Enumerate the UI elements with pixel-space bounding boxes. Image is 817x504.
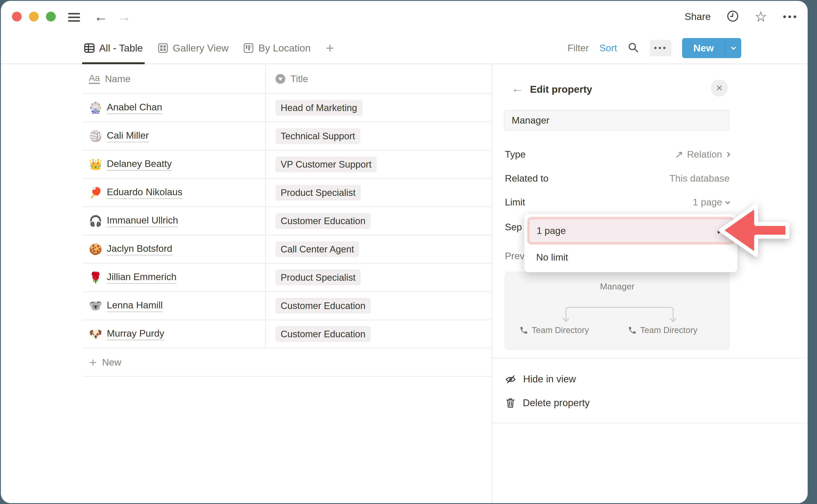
tab-all-table[interactable]: All - Table xyxy=(83,32,144,64)
row-emoji-icon: 🎧 xyxy=(89,216,101,226)
title-cell[interactable]: Product Specialist xyxy=(265,264,492,291)
property-label: Type xyxy=(505,149,526,160)
tab-label: All - Table xyxy=(99,42,143,54)
delete-property-label: Delete property xyxy=(523,397,590,409)
name-cell[interactable]: 🎡 Anabel Chan xyxy=(83,94,265,122)
name-cell[interactable]: 🐨 Lenna Hamill xyxy=(83,292,265,320)
page-link[interactable]: Immanuel Ullrich xyxy=(107,215,178,227)
column-label: Name xyxy=(105,73,130,84)
table-row: 🎧 Immanuel Ullrich Customer Education xyxy=(83,207,492,235)
title-cell[interactable]: Product Specialist xyxy=(265,179,492,206)
title-cell[interactable]: Technical Support xyxy=(265,122,492,150)
page-link[interactable]: Jillian Emmerich xyxy=(107,271,177,284)
minimize-window-button[interactable] xyxy=(29,12,39,21)
title-bar: ← → Share ☆ ••• xyxy=(1,1,808,32)
search-icon[interactable] xyxy=(628,42,639,54)
relation-arrow-icon: ↗ xyxy=(675,148,683,160)
page-link[interactable]: Lenna Hamill xyxy=(107,300,163,312)
table-row: 🏓 Eduardo Nikolaus Product Specialist xyxy=(83,179,492,207)
name-cell[interactable]: 🌹 Jillian Emmerich xyxy=(83,264,265,291)
row-emoji-icon: 🏓 xyxy=(89,187,101,198)
share-button[interactable]: Share xyxy=(685,11,711,22)
dropdown-option-no-limit[interactable]: No limit xyxy=(527,245,735,270)
chevron-right-icon xyxy=(725,152,730,157)
dropdown-option-1-page[interactable]: 1 page ✓ xyxy=(529,218,733,243)
clipped-preview-label: Prev xyxy=(505,251,525,262)
more-options-icon[interactable]: ••• xyxy=(783,11,798,22)
panel-title: Edit property xyxy=(530,83,592,95)
favorite-star-icon[interactable]: ☆ xyxy=(755,10,767,24)
filter-button[interactable]: Filter xyxy=(568,43,589,54)
add-row-label: New xyxy=(102,357,121,368)
view-options-button[interactable]: ••• xyxy=(650,40,672,56)
panel-close-icon[interactable]: ✕ xyxy=(711,80,728,97)
title-cell[interactable]: Head of Marketing xyxy=(265,94,492,122)
database-table: Aa Name Title 🎡 Anabel Chan Head of Mark… xyxy=(83,64,492,377)
title-cell[interactable]: Customer Education xyxy=(265,207,492,235)
name-cell[interactable]: 👑 Delaney Beatty xyxy=(83,151,265,178)
name-cell[interactable]: 🐶 Murray Purdy xyxy=(83,320,265,348)
title-cell[interactable]: Customer Education xyxy=(265,292,492,320)
sort-button[interactable]: Sort xyxy=(599,43,617,54)
tab-gallery-view[interactable]: Gallery View xyxy=(156,32,230,64)
column-header-name[interactable]: Aa Name xyxy=(83,64,265,93)
property-name-input[interactable]: Manager xyxy=(504,110,730,131)
new-dropdown-button[interactable] xyxy=(726,38,741,58)
page-link[interactable]: Cali Miller xyxy=(107,130,149,142)
select-tag[interactable]: Product Specialist xyxy=(275,270,360,285)
preview-child-item: Team Directory xyxy=(628,325,697,335)
table-row: 🏐 Cali Miller Technical Support xyxy=(83,122,492,151)
add-view-button[interactable]: + xyxy=(324,32,336,64)
hide-in-view-button[interactable]: Hide in view xyxy=(505,368,576,390)
select-tag[interactable]: Customer Education xyxy=(275,213,370,229)
page-link[interactable]: Delaney Beatty xyxy=(107,158,172,171)
page-link[interactable]: Anabel Chan xyxy=(107,102,162,114)
panel-back-icon[interactable]: ← xyxy=(511,82,524,94)
page-link[interactable]: Eduardo Nikolaus xyxy=(107,187,182,199)
select-tag[interactable]: VP Customer Support xyxy=(275,157,376,172)
page-link[interactable]: Jaclyn Botsford xyxy=(107,243,172,256)
related-to-value-button[interactable]: This database xyxy=(669,173,730,184)
name-cell[interactable]: 🏓 Eduardo Nikolaus xyxy=(83,179,265,206)
select-tag[interactable]: Customer Education xyxy=(275,298,370,314)
page-link[interactable]: Murray Purdy xyxy=(107,328,164,340)
hide-in-view-label: Hide in view xyxy=(523,373,576,385)
delete-property-button[interactable]: Delete property xyxy=(505,392,590,413)
title-cell[interactable]: Customer Education xyxy=(265,320,492,348)
preview-root-label: Manager xyxy=(505,282,729,292)
title-cell[interactable]: Call Center Agent xyxy=(265,235,492,263)
select-tag[interactable]: Product Specialist xyxy=(275,185,360,201)
name-cell[interactable]: 🎧 Immanuel Ullrich xyxy=(83,207,265,235)
menu-icon[interactable] xyxy=(68,13,80,22)
type-value-button[interactable]: ↗ Relation xyxy=(675,148,730,160)
row-emoji-icon: 🍪 xyxy=(89,244,101,255)
back-icon[interactable]: ← xyxy=(94,7,108,26)
name-cell[interactable]: 🍪 Jaclyn Botsford xyxy=(83,235,265,263)
property-label: Related to xyxy=(505,173,549,184)
zoom-window-button[interactable] xyxy=(46,12,56,21)
row-emoji-icon: 🐨 xyxy=(89,300,101,311)
view-tab-bar: All - Table Gallery View xyxy=(1,32,808,64)
add-row-button[interactable]: + New xyxy=(83,349,492,377)
select-tag[interactable]: Customer Education xyxy=(275,326,370,342)
table-row: 👑 Delaney Beatty VP Customer Support xyxy=(83,151,492,179)
row-emoji-icon: 🏐 xyxy=(89,131,101,141)
select-tag[interactable]: Technical Support xyxy=(275,128,360,144)
updates-clock-icon[interactable] xyxy=(727,10,739,23)
column-header-title[interactable]: Title xyxy=(265,64,492,93)
select-tag[interactable]: Call Center Agent xyxy=(275,241,359,257)
table-header-row: Aa Name Title xyxy=(83,64,492,94)
name-cell[interactable]: 🏐 Cali Miller xyxy=(83,122,265,150)
new-button-label: New xyxy=(682,38,725,58)
title-cell[interactable]: VP Customer Support xyxy=(265,151,492,178)
tab-by-location[interactable]: By Location xyxy=(242,32,312,64)
active-tab-underline xyxy=(82,62,145,64)
property-row-limit: Limit 1 page xyxy=(505,192,730,212)
close-window-button[interactable] xyxy=(12,12,22,21)
select-tag[interactable]: Head of Marketing xyxy=(275,100,362,116)
new-button[interactable]: New xyxy=(682,38,741,58)
preview-child-label: Team Directory xyxy=(532,325,589,335)
panel-divider xyxy=(492,358,808,358)
plus-icon: + xyxy=(89,356,97,369)
forward-icon[interactable]: → xyxy=(117,7,131,26)
